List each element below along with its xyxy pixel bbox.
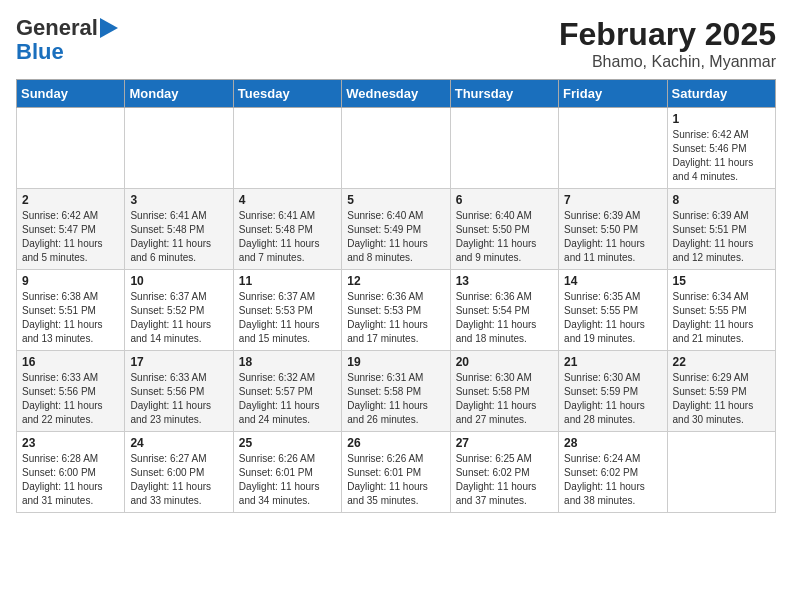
day-number: 7 (564, 193, 661, 207)
calendar-cell-w2-d2: 3Sunrise: 6:41 AM Sunset: 5:48 PM Daylig… (125, 189, 233, 270)
calendar-cell-w5-d7 (667, 432, 775, 513)
day-number: 1 (673, 112, 770, 126)
day-number: 5 (347, 193, 444, 207)
day-info: Sunrise: 6:25 AM Sunset: 6:02 PM Dayligh… (456, 452, 553, 508)
day-number: 12 (347, 274, 444, 288)
calendar-cell-w2-d1: 2Sunrise: 6:42 AM Sunset: 5:47 PM Daylig… (17, 189, 125, 270)
day-number: 21 (564, 355, 661, 369)
col-monday: Monday (125, 80, 233, 108)
calendar-cell-w4-d7: 22Sunrise: 6:29 AM Sunset: 5:59 PM Dayli… (667, 351, 775, 432)
day-info: Sunrise: 6:30 AM Sunset: 5:58 PM Dayligh… (456, 371, 553, 427)
col-tuesday: Tuesday (233, 80, 341, 108)
day-number: 14 (564, 274, 661, 288)
calendar-cell-w3-d5: 13Sunrise: 6:36 AM Sunset: 5:54 PM Dayli… (450, 270, 558, 351)
calendar-cell-w3-d1: 9Sunrise: 6:38 AM Sunset: 5:51 PM Daylig… (17, 270, 125, 351)
day-number: 22 (673, 355, 770, 369)
logo: General Blue (16, 16, 118, 64)
day-number: 20 (456, 355, 553, 369)
calendar-cell-w4-d5: 20Sunrise: 6:30 AM Sunset: 5:58 PM Dayli… (450, 351, 558, 432)
title-block: February 2025 Bhamo, Kachin, Myanmar (559, 16, 776, 71)
calendar-cell-w1-d3 (233, 108, 341, 189)
calendar-cell-w1-d7: 1Sunrise: 6:42 AM Sunset: 5:46 PM Daylig… (667, 108, 775, 189)
calendar-cell-w1-d4 (342, 108, 450, 189)
day-info: Sunrise: 6:26 AM Sunset: 6:01 PM Dayligh… (239, 452, 336, 508)
day-number: 11 (239, 274, 336, 288)
calendar-cell-w4-d4: 19Sunrise: 6:31 AM Sunset: 5:58 PM Dayli… (342, 351, 450, 432)
calendar-cell-w1-d2 (125, 108, 233, 189)
day-info: Sunrise: 6:42 AM Sunset: 5:47 PM Dayligh… (22, 209, 119, 265)
day-info: Sunrise: 6:27 AM Sunset: 6:00 PM Dayligh… (130, 452, 227, 508)
calendar-cell-w2-d7: 8Sunrise: 6:39 AM Sunset: 5:51 PM Daylig… (667, 189, 775, 270)
day-number: 27 (456, 436, 553, 450)
calendar-header-row: Sunday Monday Tuesday Wednesday Thursday… (17, 80, 776, 108)
day-info: Sunrise: 6:37 AM Sunset: 5:52 PM Dayligh… (130, 290, 227, 346)
day-number: 18 (239, 355, 336, 369)
day-info: Sunrise: 6:36 AM Sunset: 5:54 PM Dayligh… (456, 290, 553, 346)
calendar-cell-w4-d3: 18Sunrise: 6:32 AM Sunset: 5:57 PM Dayli… (233, 351, 341, 432)
day-info: Sunrise: 6:30 AM Sunset: 5:59 PM Dayligh… (564, 371, 661, 427)
day-number: 26 (347, 436, 444, 450)
calendar-cell-w3-d6: 14Sunrise: 6:35 AM Sunset: 5:55 PM Dayli… (559, 270, 667, 351)
calendar-cell-w4-d2: 17Sunrise: 6:33 AM Sunset: 5:56 PM Dayli… (125, 351, 233, 432)
page-header: General Blue February 2025 Bhamo, Kachin… (16, 16, 776, 71)
calendar-cell-w3-d7: 15Sunrise: 6:34 AM Sunset: 5:55 PM Dayli… (667, 270, 775, 351)
calendar-cell-w5-d6: 28Sunrise: 6:24 AM Sunset: 6:02 PM Dayli… (559, 432, 667, 513)
day-number: 19 (347, 355, 444, 369)
day-info: Sunrise: 6:32 AM Sunset: 5:57 PM Dayligh… (239, 371, 336, 427)
day-number: 8 (673, 193, 770, 207)
day-info: Sunrise: 6:33 AM Sunset: 5:56 PM Dayligh… (130, 371, 227, 427)
logo-text-general: General (16, 16, 98, 40)
calendar-cell-w5-d2: 24Sunrise: 6:27 AM Sunset: 6:00 PM Dayli… (125, 432, 233, 513)
col-thursday: Thursday (450, 80, 558, 108)
day-info: Sunrise: 6:35 AM Sunset: 5:55 PM Dayligh… (564, 290, 661, 346)
calendar-cell-w2-d4: 5Sunrise: 6:40 AM Sunset: 5:49 PM Daylig… (342, 189, 450, 270)
day-number: 6 (456, 193, 553, 207)
calendar-cell-w3-d4: 12Sunrise: 6:36 AM Sunset: 5:53 PM Dayli… (342, 270, 450, 351)
day-info: Sunrise: 6:39 AM Sunset: 5:50 PM Dayligh… (564, 209, 661, 265)
calendar-table: Sunday Monday Tuesday Wednesday Thursday… (16, 79, 776, 513)
calendar-cell-w4-d1: 16Sunrise: 6:33 AM Sunset: 5:56 PM Dayli… (17, 351, 125, 432)
calendar-cell-w1-d5 (450, 108, 558, 189)
col-sunday: Sunday (17, 80, 125, 108)
day-number: 16 (22, 355, 119, 369)
day-info: Sunrise: 6:42 AM Sunset: 5:46 PM Dayligh… (673, 128, 770, 184)
calendar-cell-w4-d6: 21Sunrise: 6:30 AM Sunset: 5:59 PM Dayli… (559, 351, 667, 432)
calendar-cell-w3-d3: 11Sunrise: 6:37 AM Sunset: 5:53 PM Dayli… (233, 270, 341, 351)
calendar-cell-w5-d3: 25Sunrise: 6:26 AM Sunset: 6:01 PM Dayli… (233, 432, 341, 513)
day-info: Sunrise: 6:40 AM Sunset: 5:49 PM Dayligh… (347, 209, 444, 265)
day-number: 3 (130, 193, 227, 207)
day-number: 25 (239, 436, 336, 450)
day-number: 17 (130, 355, 227, 369)
day-number: 2 (22, 193, 119, 207)
calendar-cell-w2-d5: 6Sunrise: 6:40 AM Sunset: 5:50 PM Daylig… (450, 189, 558, 270)
month-year-title: February 2025 (559, 16, 776, 53)
day-info: Sunrise: 6:24 AM Sunset: 6:02 PM Dayligh… (564, 452, 661, 508)
calendar-cell-w1-d1 (17, 108, 125, 189)
day-number: 13 (456, 274, 553, 288)
day-info: Sunrise: 6:40 AM Sunset: 5:50 PM Dayligh… (456, 209, 553, 265)
day-number: 15 (673, 274, 770, 288)
day-info: Sunrise: 6:28 AM Sunset: 6:00 PM Dayligh… (22, 452, 119, 508)
day-info: Sunrise: 6:36 AM Sunset: 5:53 PM Dayligh… (347, 290, 444, 346)
day-info: Sunrise: 6:26 AM Sunset: 6:01 PM Dayligh… (347, 452, 444, 508)
calendar-cell-w1-d6 (559, 108, 667, 189)
day-info: Sunrise: 6:37 AM Sunset: 5:53 PM Dayligh… (239, 290, 336, 346)
logo-text-blue: Blue (16, 40, 64, 64)
calendar-cell-w2-d6: 7Sunrise: 6:39 AM Sunset: 5:50 PM Daylig… (559, 189, 667, 270)
calendar-cell-w5-d4: 26Sunrise: 6:26 AM Sunset: 6:01 PM Dayli… (342, 432, 450, 513)
day-info: Sunrise: 6:41 AM Sunset: 5:48 PM Dayligh… (239, 209, 336, 265)
col-friday: Friday (559, 80, 667, 108)
day-number: 10 (130, 274, 227, 288)
location-subtitle: Bhamo, Kachin, Myanmar (559, 53, 776, 71)
day-info: Sunrise: 6:33 AM Sunset: 5:56 PM Dayligh… (22, 371, 119, 427)
calendar-week-3: 9Sunrise: 6:38 AM Sunset: 5:51 PM Daylig… (17, 270, 776, 351)
day-number: 23 (22, 436, 119, 450)
day-info: Sunrise: 6:39 AM Sunset: 5:51 PM Dayligh… (673, 209, 770, 265)
day-info: Sunrise: 6:29 AM Sunset: 5:59 PM Dayligh… (673, 371, 770, 427)
calendar-week-1: 1Sunrise: 6:42 AM Sunset: 5:46 PM Daylig… (17, 108, 776, 189)
day-number: 24 (130, 436, 227, 450)
day-number: 4 (239, 193, 336, 207)
day-number: 9 (22, 274, 119, 288)
day-number: 28 (564, 436, 661, 450)
day-info: Sunrise: 6:41 AM Sunset: 5:48 PM Dayligh… (130, 209, 227, 265)
